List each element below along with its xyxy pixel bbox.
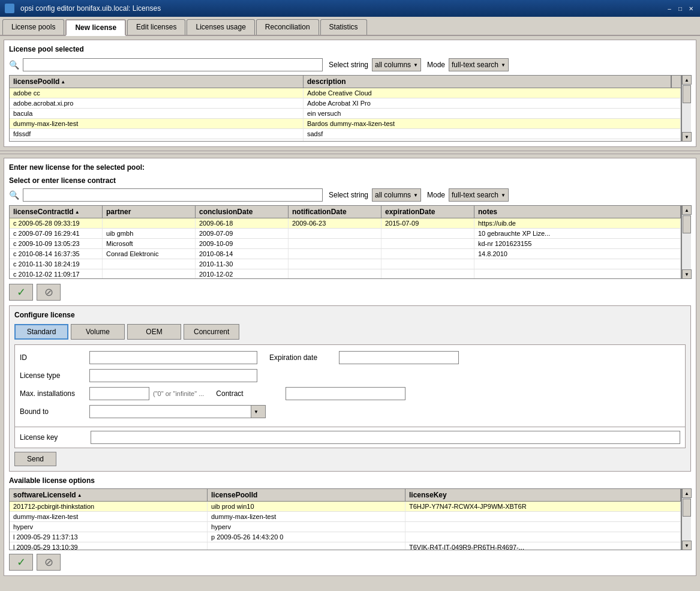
concurrent-type-button[interactable]: Concurrent bbox=[184, 324, 239, 340]
contract-input[interactable] bbox=[286, 387, 405, 400]
pool-scrollbar[interactable]: ▲ ▼ bbox=[681, 75, 691, 142]
license-type-input[interactable] bbox=[89, 369, 257, 382]
contract-header-conclusion[interactable]: conclusionDate bbox=[196, 206, 289, 218]
bottom-check-icon: ✓ bbox=[17, 556, 26, 569]
contract-scroll-up[interactable]: ▲ bbox=[682, 205, 692, 215]
contract-header-notification[interactable]: notificationDate bbox=[289, 206, 381, 218]
contract-scrollbar[interactable]: ▲ ▼ bbox=[681, 205, 691, 279]
available-row[interactable]: hyperv hyperv bbox=[10, 522, 681, 532]
contract-label: Contract bbox=[216, 389, 282, 398]
tab-license-pools[interactable]: License pools bbox=[2, 19, 64, 35]
tab-licenses-usage[interactable]: Licenses usage bbox=[187, 19, 254, 35]
contract-row[interactable]: c 2010-11-30 18:24:19 2010-11-30 bbox=[10, 259, 681, 269]
new-license-title: Enter new license for the selected pool: bbox=[9, 163, 691, 172]
tab-statistics[interactable]: Statistics bbox=[320, 19, 367, 35]
title-bar-text: opsi config editor bonifax.uib.local: Li… bbox=[20, 4, 161, 13]
pool-row[interactable]: dummy-max-lizen-test Bardos dummy-max-li… bbox=[10, 119, 681, 129]
contract-select-string-label: Select string bbox=[329, 191, 368, 199]
contract-search-row: 🔍 Select string all columns ▼ Mode full-… bbox=[9, 188, 691, 202]
avail-header-id[interactable]: softwareLicenseId ▲ bbox=[10, 489, 208, 501]
license-key-row: License key bbox=[14, 427, 686, 448]
cancel-bottom-button[interactable]: ⊘ bbox=[37, 554, 61, 571]
pool-scroll-down[interactable]: ▼ bbox=[682, 132, 692, 142]
pool-cell-desc: hyper.v server brauchen keine lizenz bbox=[304, 139, 681, 141]
expiration-input[interactable] bbox=[339, 351, 459, 364]
pool-table-header: licensePoolId ▲ description bbox=[10, 76, 681, 88]
pool-cell-desc: Bardos dummy-max-lizen-test bbox=[304, 119, 681, 128]
avail-header-pool[interactable]: licensePoolId bbox=[208, 489, 405, 501]
pool-cell-desc: Adobe Creative Cloud bbox=[304, 88, 681, 98]
pool-cell-id: adobe.acrobat.xi.pro bbox=[10, 98, 304, 108]
pool-section: License pool selected 🔍 Select string al… bbox=[4, 40, 696, 147]
form-row-1: ID Expiration date bbox=[20, 350, 680, 365]
contract-select-dropdown[interactable]: all columns ▼ bbox=[372, 188, 421, 202]
close-button[interactable]: ✕ bbox=[687, 4, 695, 13]
available-row[interactable]: 201712-pcbirgit-thinkstation uib prod wi… bbox=[10, 502, 681, 512]
minimize-button[interactable]: – bbox=[665, 4, 674, 13]
contract-sort-arrow: ▲ bbox=[75, 209, 80, 215]
main-divider bbox=[0, 151, 700, 154]
pool-search-input[interactable] bbox=[23, 58, 323, 71]
pool-mode-dropdown[interactable]: full-text search ▼ bbox=[449, 58, 509, 71]
cancel-icon: ⊘ bbox=[44, 286, 53, 299]
tab-edit-licenses[interactable]: Edit licenses bbox=[127, 19, 185, 35]
contract-scroll-down[interactable]: ▼ bbox=[682, 269, 692, 279]
contract-row[interactable]: c 2009-10-09 13:05:23 Microsoft 2009-10-… bbox=[10, 239, 681, 249]
standard-type-button[interactable]: Standard bbox=[14, 324, 68, 340]
available-row[interactable]: l 2009-05-29 13:10:39 T6VIK-R4T-IT-049R9… bbox=[10, 542, 681, 550]
tab-new-license[interactable]: New license bbox=[65, 19, 126, 36]
pool-cell-id: fdssdf bbox=[10, 129, 304, 139]
contract-row[interactable]: c 2009-05-28 09:33:19 2009-06-18 2009-06… bbox=[10, 218, 681, 229]
bound-to-arrow: ▼ bbox=[254, 409, 259, 415]
confirm-bottom-button[interactable]: ✓ bbox=[9, 554, 33, 571]
available-table-header: softwareLicenseId ▲ licensePoolId licens… bbox=[10, 489, 681, 502]
bottom-buttons: ✓ ⊘ bbox=[9, 554, 691, 571]
contract-row[interactable]: c 2010-12-02 11:09:17 2010-12-02 bbox=[10, 269, 681, 278]
available-section: Available license options softwareLicens… bbox=[9, 476, 691, 550]
pool-cell-id: bacula bbox=[10, 109, 304, 118]
pool-row[interactable]: adobe.acrobat.xi.pro Adobe Acrobat XI Pr… bbox=[10, 98, 681, 109]
license-key-label: License key bbox=[20, 433, 86, 442]
available-row[interactable]: dummy-max-lizen-test dummy-max-lizen-tes… bbox=[10, 512, 681, 522]
license-key-input[interactable] bbox=[91, 431, 680, 444]
contract-header-expiration[interactable]: expirationDate bbox=[381, 206, 474, 218]
contract-row[interactable]: c 2010-08-14 16:37:35 Conrad Elektronic … bbox=[10, 249, 681, 259]
available-scrollbar[interactable]: ▲ ▼ bbox=[681, 488, 691, 550]
contract-row[interactable]: c 2009-07-09 16:29:41 uib gmbh 2009-07-0… bbox=[10, 229, 681, 239]
pool-row[interactable]: fdssdf sadsf bbox=[10, 129, 681, 139]
contract-search-input[interactable] bbox=[23, 188, 323, 202]
volume-type-button[interactable]: Volume bbox=[71, 324, 125, 340]
contract-header-partner[interactable]: partner bbox=[103, 206, 196, 218]
contract-header-notes[interactable]: notes bbox=[474, 206, 681, 218]
contract-mode-dropdown[interactable]: full-text search ▼ bbox=[449, 188, 509, 202]
send-button[interactable]: Send bbox=[14, 452, 56, 466]
confirm-contract-button[interactable]: ✓ bbox=[9, 284, 33, 301]
contract-section-title: Select or enter license contract bbox=[9, 176, 691, 185]
pool-row[interactable]: bacula ein versuch bbox=[10, 109, 681, 119]
pool-scroll-up[interactable]: ▲ bbox=[682, 75, 692, 85]
max-installations-input[interactable] bbox=[89, 387, 149, 400]
form-row-4: Bound to ▼ bbox=[20, 404, 680, 419]
form-row-3: Max. installations ("0" or "infinite" ..… bbox=[20, 386, 680, 401]
available-table-body: 201712-pcbirgit-thinkstation uib prod wi… bbox=[10, 502, 681, 550]
cancel-contract-button[interactable]: ⊘ bbox=[37, 284, 61, 301]
pool-header-id[interactable]: licensePoolId ▲ bbox=[10, 76, 304, 88]
id-input[interactable] bbox=[89, 351, 257, 364]
contract-mode-label: Mode bbox=[427, 191, 445, 199]
contract-table-header: licenseContractId ▲ partner conclusionDa… bbox=[10, 206, 681, 218]
maximize-button[interactable]: □ bbox=[676, 4, 684, 13]
tab-reconciliation[interactable]: Reconciliation bbox=[256, 19, 319, 35]
pool-header-desc[interactable]: description bbox=[304, 76, 671, 88]
available-scroll-down[interactable]: ▼ bbox=[682, 541, 692, 550]
available-scroll-up[interactable]: ▲ bbox=[682, 488, 692, 498]
pool-select-dropdown[interactable]: all columns ▼ bbox=[372, 58, 421, 71]
bound-to-dropdown[interactable]: ▼ bbox=[251, 405, 266, 418]
main-content: License pool selected 🔍 Select string al… bbox=[0, 36, 700, 583]
pool-row[interactable]: hyperv hyper.v server brauchen keine liz… bbox=[10, 139, 681, 141]
bound-to-input[interactable] bbox=[89, 405, 251, 418]
pool-row[interactable]: adobe cc Adobe Creative Cloud bbox=[10, 88, 681, 98]
oem-type-button[interactable]: OEM bbox=[127, 324, 181, 340]
available-row[interactable]: l 2009-05-29 11:37:13 p 2009-05-26 14:43… bbox=[10, 532, 681, 542]
contract-header-id[interactable]: licenseContractId ▲ bbox=[10, 206, 103, 218]
avail-header-key[interactable]: licenseKey bbox=[405, 489, 681, 501]
